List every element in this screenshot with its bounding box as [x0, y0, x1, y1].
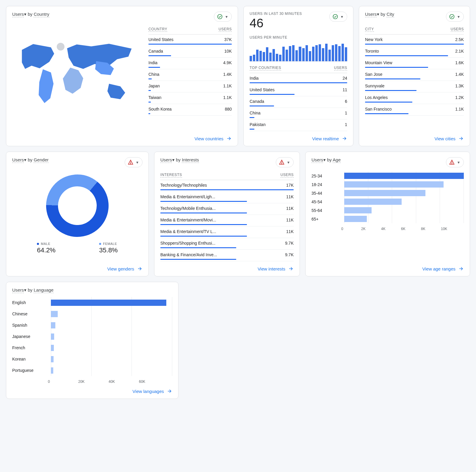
- card-users-by-city: Users▾by City ▾ CITY USERS New York2.5KT…: [359, 6, 470, 146]
- table-row[interactable]: Technology/Mobile Enthusia...11K: [160, 203, 294, 215]
- row-label: China: [148, 72, 159, 77]
- table-row[interactable]: Banking & Finance/Avid Inve...9.7K: [160, 250, 294, 261]
- card-title[interactable]: Users▾by Language: [12, 287, 54, 293]
- chart-bar-row: 45-54: [344, 197, 464, 206]
- column-header-top-countries[interactable]: TOP COUNTRIES: [250, 66, 281, 70]
- age-bar-chart: 25-3418-2435-4445-5455-6465+02K4K6K8K10K: [311, 172, 464, 231]
- card-status-selector[interactable]: ▾: [125, 157, 143, 167]
- column-header-users[interactable]: USERS: [281, 173, 294, 177]
- card-status-selector[interactable]: ▾: [276, 157, 294, 167]
- row-label: Media & Entertainment/Ligh...: [160, 194, 215, 199]
- legend-female: FEMALE 35.8%: [99, 241, 118, 254]
- card-status-selector[interactable]: ▾: [446, 157, 464, 167]
- chart-bar-row: 18-24: [344, 180, 464, 189]
- card-title[interactable]: Users▾by City: [365, 12, 394, 17]
- row-label: South Korea: [148, 107, 172, 111]
- row-label: India: [148, 60, 157, 65]
- caret-down-icon: ▾: [24, 287, 26, 293]
- card-title[interactable]: Users▾by Age: [311, 157, 341, 163]
- table-row[interactable]: United States11: [250, 85, 347, 96]
- arrow-right-icon: [226, 136, 232, 141]
- column-header-users[interactable]: USERS: [334, 66, 347, 70]
- view-interests-link[interactable]: View interests: [258, 266, 294, 271]
- row-value: 9.7K: [285, 252, 294, 257]
- view-realtime-link[interactable]: View realtime: [312, 136, 347, 141]
- row-value: 11K: [286, 194, 294, 199]
- table-row[interactable]: Pakistan1: [250, 119, 347, 131]
- table-row[interactable]: Mountain View1.6K: [365, 58, 464, 69]
- row-value: 11K: [286, 218, 294, 222]
- caret-down-icon: ▾: [323, 157, 326, 163]
- chart-bar-row: Portuguese: [51, 365, 172, 376]
- chart-bar-row: Japanese: [51, 331, 172, 342]
- row-value: 1.3K: [455, 84, 464, 88]
- row-value: 1.1K: [455, 107, 464, 111]
- row-value: 1.4K: [455, 72, 464, 77]
- chart-bar-row: French: [51, 342, 172, 353]
- column-header-country[interactable]: COUNTRY: [148, 27, 167, 32]
- row-label: India: [250, 76, 259, 81]
- table-row[interactable]: Canada6: [250, 96, 347, 108]
- row-value: 4.9K: [223, 60, 232, 65]
- row-label: China: [250, 111, 261, 115]
- chart-bar-row: Korean: [51, 353, 172, 365]
- row-value: 1.4K: [223, 72, 232, 77]
- view-cities-link[interactable]: View cities: [434, 136, 464, 141]
- arrow-right-icon: [137, 266, 143, 271]
- column-header-users[interactable]: USERS: [219, 27, 232, 32]
- column-header-city[interactable]: CITY: [365, 27, 374, 32]
- table-row[interactable]: Taiwan1.1K: [148, 92, 232, 104]
- chevron-down-icon: ▾: [455, 160, 462, 165]
- legend-male: MALE 64.2%: [37, 241, 55, 254]
- table-row[interactable]: Japan1.1K: [148, 81, 232, 92]
- table-row[interactable]: Technology/Technophiles17K: [160, 180, 294, 192]
- row-value: 11K: [286, 229, 294, 234]
- column-header-interests[interactable]: INTERESTS: [160, 173, 182, 177]
- table-row[interactable]: India4.9K: [148, 58, 232, 69]
- table-row[interactable]: United States37K: [148, 34, 232, 46]
- row-value: 1.1K: [223, 84, 232, 88]
- row-label: United States: [148, 37, 173, 42]
- card-users-by-interests: Users▾by Interests ▾ INTERESTS USERS Tec…: [154, 152, 300, 276]
- table-row[interactable]: New York2.5K: [365, 34, 464, 46]
- table-row[interactable]: Canada10K: [148, 46, 232, 58]
- column-header-users[interactable]: USERS: [451, 27, 464, 32]
- view-languages-link[interactable]: View languages: [132, 388, 172, 394]
- table-row[interactable]: India24: [250, 73, 347, 85]
- card-status-selector[interactable]: ▾: [329, 12, 347, 22]
- table-row[interactable]: Toronto2.1K: [365, 46, 464, 58]
- users-per-minute-sparkline: [250, 44, 347, 62]
- table-row[interactable]: Los Angeles1.2K: [365, 92, 464, 104]
- world-map-chart[interactable]: [12, 26, 141, 116]
- rt-header-label: USERS IN LAST 30 MINUTES: [250, 12, 302, 16]
- card-status-selector[interactable]: ▾: [214, 12, 232, 22]
- table-row[interactable]: San Jose1.4K: [365, 69, 464, 81]
- row-value: 10K: [224, 49, 232, 54]
- card-title[interactable]: Users▾by Gender: [12, 157, 48, 163]
- row-label: Canada: [148, 49, 163, 54]
- table-row[interactable]: Sunnyvale1.3K: [365, 81, 464, 92]
- table-row[interactable]: China1: [250, 108, 347, 119]
- chart-bar-row: 65+: [344, 215, 464, 223]
- view-genders-link[interactable]: View genders: [107, 266, 143, 271]
- svg-point-3: [450, 15, 454, 19]
- table-row[interactable]: South Korea880: [148, 104, 232, 116]
- row-value: 1.1K: [223, 95, 232, 100]
- row-label: Sunnyvale: [365, 84, 384, 88]
- card-title[interactable]: Users▾by Country: [12, 12, 49, 17]
- table-row[interactable]: Media & Entertainment/Ligh...11K: [160, 192, 294, 203]
- card-title[interactable]: Users▾by Interests: [160, 157, 199, 163]
- arrow-right-icon: [167, 388, 172, 394]
- card-status-selector[interactable]: ▾: [446, 12, 464, 22]
- table-row[interactable]: San Francisco1.1K: [365, 104, 464, 116]
- view-countries-link[interactable]: View countries: [195, 136, 232, 141]
- arrow-right-icon: [458, 266, 464, 271]
- table-row[interactable]: Media & Entertainment/TV L...11K: [160, 226, 294, 238]
- row-label: San Jose: [365, 72, 382, 77]
- table-row[interactable]: Media & Entertainment/Movi...11K: [160, 215, 294, 226]
- table-row[interactable]: Shoppers/Shopping Enthusi...9.7K: [160, 238, 294, 250]
- row-value: 1: [345, 111, 347, 115]
- card-users-by-language: Users▾by Language EnglishChineseSpanishJ…: [6, 282, 178, 399]
- view-age-ranges-link[interactable]: View age ranges: [422, 266, 464, 271]
- table-row[interactable]: China1.4K: [148, 69, 232, 81]
